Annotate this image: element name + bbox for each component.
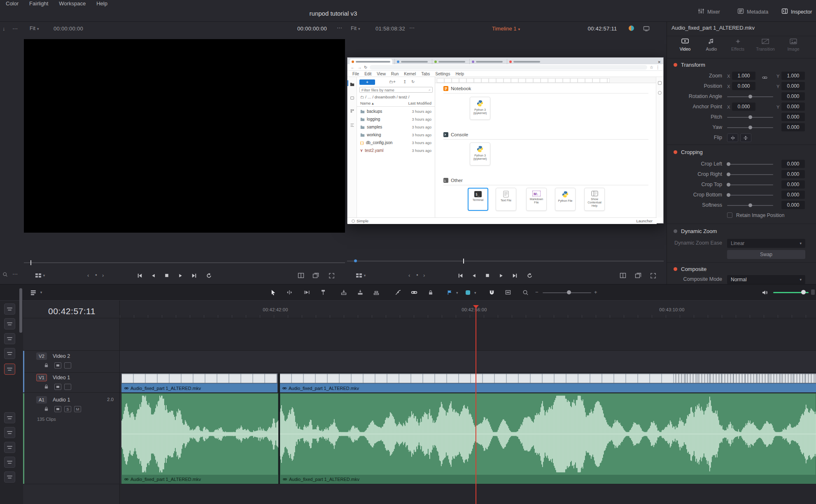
menu-help[interactable]: Help xyxy=(96,0,107,7)
yaw-slider[interactable] xyxy=(727,127,773,128)
property-inspector-icon[interactable] xyxy=(658,81,662,85)
source-fit-dropdown[interactable]: Fit▾ xyxy=(30,26,39,31)
jupyter-menu-kernel[interactable]: Kernel xyxy=(404,72,416,76)
source-scrub-bar[interactable] xyxy=(24,262,345,263)
track-enable-icon[interactable] xyxy=(64,362,71,369)
lock-icon[interactable] xyxy=(44,406,49,413)
col-modified[interactable]: Last Modified xyxy=(408,101,431,105)
palette-button[interactable] xyxy=(4,471,15,483)
console-python3-tile[interactable]: Python 3 (ipykernel) xyxy=(470,142,490,166)
timeline-stills-button[interactable] xyxy=(633,271,643,280)
palette-button[interactable] xyxy=(4,318,15,329)
col-name[interactable]: Name ▴ xyxy=(360,101,374,105)
running-kernels-icon[interactable] xyxy=(350,94,354,102)
audio-clip-label[interactable]: Audio_fixed_part 1_ALTERED.mkv xyxy=(121,475,278,484)
track-name-a1[interactable]: Audio 1 xyxy=(53,397,70,403)
prev-marker-icon[interactable]: ‹ xyxy=(87,272,89,278)
timeline-stop-button[interactable] xyxy=(483,271,492,280)
flag-dropdown-icon[interactable]: ▾ xyxy=(456,291,458,295)
audio-monitor-icon[interactable] xyxy=(760,287,769,297)
auto-select-icon[interactable] xyxy=(54,406,61,412)
upload-icon[interactable]: ↥ xyxy=(403,79,406,84)
pitch-slider[interactable] xyxy=(727,117,773,118)
mute-button[interactable]: M xyxy=(74,406,81,412)
jupyter-menu-settings[interactable]: Settings xyxy=(435,72,450,76)
palette-button[interactable] xyxy=(4,303,15,315)
video-clip[interactable]: Audio_fixed_part 1_ALTERED.mkv xyxy=(121,383,277,392)
palette-button[interactable] xyxy=(4,442,15,453)
timeline-ruler[interactable]: 00:42:42:00 00:42:56:00 00:43:10:00 xyxy=(120,305,816,318)
composite-mode-dropdown[interactable]: Normal▾ xyxy=(727,275,805,284)
crop-left-field[interactable]: 0.000 xyxy=(781,160,805,168)
softness-slider[interactable] xyxy=(727,205,773,206)
meter-toggle[interactable] xyxy=(811,289,815,295)
timeline-wipe-button[interactable] xyxy=(618,271,628,280)
terminal-tile[interactable]: $_ Terminal xyxy=(468,188,488,211)
browser-tab[interactable] xyxy=(507,59,542,64)
crop-top-slider[interactable] xyxy=(727,184,773,185)
metadata-button[interactable]: Metadata xyxy=(737,8,768,15)
timeline-ellipsis-icon[interactable]: ⋯ xyxy=(409,25,415,31)
timeline-play-button[interactable] xyxy=(496,271,506,280)
retime-curve-button[interactable] xyxy=(393,287,403,297)
url-field[interactable] xyxy=(370,65,647,70)
cinema-viewer-icon[interactable] xyxy=(643,26,650,33)
file-row[interactable]: logging3 hours ago xyxy=(357,115,435,123)
track-name-v2[interactable]: Video 2 xyxy=(53,353,70,359)
linked-selection-button[interactable] xyxy=(409,287,419,297)
flag-button[interactable] xyxy=(445,287,455,297)
source-loop-button[interactable] xyxy=(204,271,214,280)
transform-enable-toggle[interactable] xyxy=(674,63,677,67)
crop-bottom-slider[interactable] xyxy=(727,195,773,196)
gang-viewers-icon[interactable] xyxy=(629,26,634,31)
timeline-zoom-knob[interactable] xyxy=(567,290,571,294)
timeline-empty-region[interactable] xyxy=(120,318,816,351)
timeline-fit-dropdown[interactable]: Fit▾ xyxy=(351,26,360,31)
notebook-python3-tile[interactable]: Python 3 (ipykernel) xyxy=(470,97,490,120)
track-name-v1[interactable]: Video 1 xyxy=(53,375,70,380)
anchor-y-field[interactable]: 0.000 xyxy=(781,103,805,111)
flip-horizontal-button[interactable] xyxy=(727,133,738,142)
timeline-first-frame-button[interactable] xyxy=(455,271,465,280)
text-file-tile[interactable]: Text File xyxy=(496,188,516,211)
file-row[interactable]: Ytest2.yaml3 hours ago xyxy=(357,147,435,154)
video-clip-thumbnails[interactable] xyxy=(121,373,277,383)
tab-effects[interactable]: Effects xyxy=(725,38,750,57)
dynamic-zoom-enable-toggle[interactable] xyxy=(674,229,677,233)
timeline-scrub-playhead[interactable] xyxy=(463,259,464,264)
marker-dropdown-icon[interactable]: ▾ xyxy=(474,291,476,295)
file-row[interactable]: backups3 hours ago xyxy=(357,107,435,115)
timeline-scrub-bar[interactable] xyxy=(347,261,664,261)
video2-lane[interactable] xyxy=(120,351,816,372)
timeline-loop-button[interactable] xyxy=(525,271,534,280)
trim-edit-mode-button[interactable] xyxy=(284,287,294,297)
rotation-slider[interactable] xyxy=(727,96,773,97)
position-y-field[interactable]: 0.000 xyxy=(781,82,805,90)
timeline-name-dropdown[interactable]: Timeline 1▾ xyxy=(492,26,520,32)
browser-tab[interactable] xyxy=(394,59,430,64)
download-icon[interactable]: ↓ xyxy=(2,26,5,32)
link-xy-icon[interactable] xyxy=(762,74,767,81)
crop-left-slider[interactable] xyxy=(727,164,773,165)
source-clips-grid-button[interactable]: ▾ xyxy=(31,271,49,280)
zoom-in-icon[interactable]: + xyxy=(594,289,597,295)
simple-mode-toggle[interactable] xyxy=(352,219,355,223)
window-close-icon[interactable]: ✕ xyxy=(657,60,661,64)
scrub-marker-dot[interactable] xyxy=(354,259,357,262)
browser-menu-icon[interactable]: ⋮ xyxy=(656,65,660,70)
debugger-icon[interactable] xyxy=(658,91,662,95)
browser-tab-active[interactable] xyxy=(350,59,392,64)
forward-icon[interactable]: → xyxy=(357,65,361,70)
source-scrub-playhead[interactable] xyxy=(30,260,31,265)
selection-mode-button[interactable] xyxy=(268,287,278,297)
track-badge-v2[interactable]: V2 xyxy=(36,352,47,360)
crop-bottom-field[interactable]: 0.000 xyxy=(781,191,805,199)
jupyter-menu-help[interactable]: Help xyxy=(455,72,464,76)
timeline-step-back-button[interactable] xyxy=(469,271,479,280)
source-play-button[interactable] xyxy=(175,271,185,280)
menu-fairlight[interactable]: Fairlight xyxy=(29,0,48,7)
swap-button[interactable]: Swap xyxy=(727,250,805,259)
jupyter-menu-edit[interactable]: Edit xyxy=(364,72,371,76)
snapping-button[interactable] xyxy=(487,287,497,297)
tab-image[interactable]: Image xyxy=(781,38,806,57)
